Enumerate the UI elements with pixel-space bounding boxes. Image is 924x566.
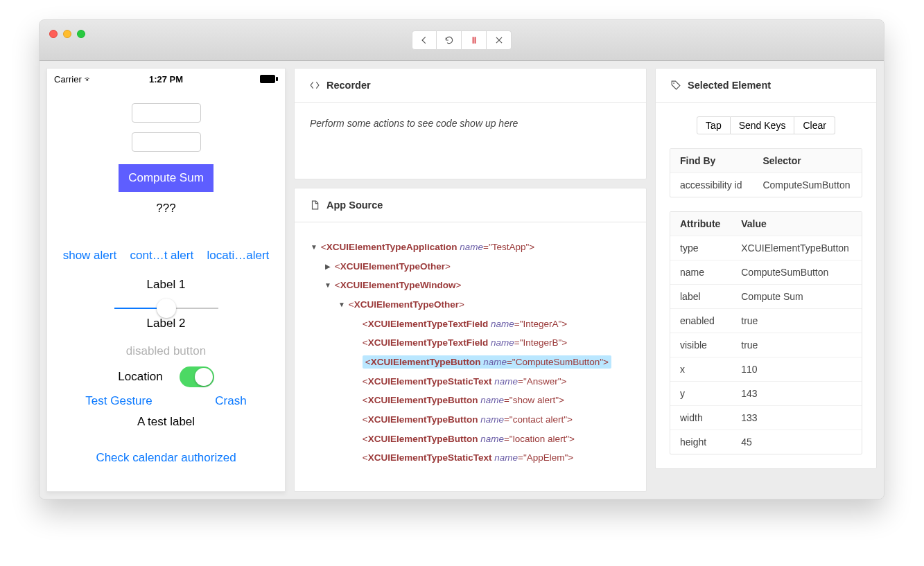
findby-header: Find By: [670, 149, 753, 173]
send-keys-button[interactable]: Send Keys: [731, 116, 795, 134]
test-label: A test label: [137, 415, 195, 429]
attribute-key: width: [670, 406, 731, 430]
caret-down-icon[interactable]: ▼: [324, 278, 332, 293]
element-actions: Tap Send Keys Clear: [670, 116, 862, 134]
integer-a-field[interactable]: [132, 103, 201, 123]
slider-thumb[interactable]: [157, 299, 176, 318]
tree-node[interactable]: <XCUIElementTypeStaticText name="AppElem…: [310, 448, 631, 468]
svg-rect-0: [260, 75, 275, 83]
attribute-key: x: [670, 357, 731, 382]
quit-button[interactable]: [487, 30, 512, 50]
right-column: Selected Element Tap Send Keys Clear Fin…: [655, 68, 877, 492]
close-icon: [494, 35, 504, 45]
integer-b-field[interactable]: [132, 132, 201, 152]
tree-node[interactable]: ▼ <XCUIElementTypeApplication name="Test…: [310, 238, 631, 257]
source-tree[interactable]: ▼ <XCUIElementTypeApplication name="Test…: [310, 238, 631, 468]
tree-node[interactable]: ▼ <XCUIElementTypeWindow>: [310, 276, 631, 295]
svg-rect-1: [276, 77, 278, 81]
app-source-card: App Source ▼ <XCUIElementTypeApplication…: [294, 188, 647, 492]
table-row: x110: [670, 357, 862, 382]
contact-alert-link[interactable]: cont…t alert: [130, 249, 194, 263]
selector-value: ComputeSumButton: [753, 173, 862, 197]
pause-button[interactable]: [462, 30, 487, 50]
attribute-key: y: [670, 382, 731, 406]
attributes-table: Attribute Value typeXCUIElementTypeButto…: [670, 211, 862, 454]
attribute-value: 133: [731, 406, 862, 430]
table-row: nameComputeSumButton: [670, 260, 862, 285]
recorder-body: Perform some actions to see code show up…: [295, 103, 646, 179]
caret-down-icon[interactable]: ▼: [310, 240, 318, 255]
label-2: Label 2: [147, 317, 186, 330]
tree-node[interactable]: <XCUIElementTypeStaticText name="Answer"…: [310, 372, 631, 391]
attribute-header: Attribute: [670, 212, 731, 236]
minimize-window-icon[interactable]: [63, 30, 71, 38]
zoom-window-icon[interactable]: [77, 30, 85, 38]
refresh-button[interactable]: [437, 30, 462, 50]
traffic-lights: [49, 30, 85, 38]
attribute-key: visible: [670, 333, 731, 357]
attribute-value: XCUIElementTypeButton: [731, 236, 862, 260]
device-app-body: Compute Sum ??? show alert cont…t alert …: [47, 89, 285, 491]
findby-table: Find By Selector accessibility id Comput…: [670, 148, 862, 197]
tree-node[interactable]: <XCUIElementTypeButton name="location al…: [310, 430, 631, 449]
code-icon: [310, 80, 320, 90]
value-header: Value: [731, 212, 862, 236]
attribute-key: name: [670, 260, 731, 285]
carrier-label: Carrier ᯤ: [54, 74, 93, 85]
table-row: enabledtrue: [670, 309, 862, 333]
caret-right-icon[interactable]: ▶: [324, 260, 332, 274]
selector-header: Selector: [753, 149, 862, 173]
location-label: Location: [118, 370, 162, 384]
clear-button[interactable]: Clear: [794, 116, 835, 134]
attribute-value: true: [731, 309, 862, 333]
selected-element-title: Selected Element: [688, 80, 771, 91]
crash-link[interactable]: Crash: [215, 394, 246, 408]
table-row: height45: [670, 430, 862, 454]
findby-value: accessibility id: [670, 173, 753, 197]
tree-node[interactable]: ▼ <XCUIElementTypeOther>: [310, 295, 631, 315]
tree-node[interactable]: <XCUIElementTypeTextField name="IntegerA…: [310, 315, 631, 334]
tree-node[interactable]: ▶ <XCUIElementTypeOther>: [310, 257, 631, 276]
attribute-value: ComputeSumButton: [731, 260, 862, 285]
table-row: labelCompute Sum: [670, 285, 862, 309]
caret-down-icon[interactable]: ▼: [338, 298, 346, 312]
show-alert-link[interactable]: show alert: [63, 249, 116, 263]
table-row: width133: [670, 406, 862, 430]
tree-node[interactable]: <XCUIElementTypeButton name="show alert"…: [310, 391, 631, 410]
calendar-link[interactable]: Check calendar authorized: [96, 451, 236, 465]
slider[interactable]: [114, 299, 218, 300]
test-gesture-link[interactable]: Test Gesture: [85, 394, 152, 408]
tree-node[interactable]: <XCUIElementTypeButton name="contact ale…: [310, 410, 631, 430]
selected-element-card: Selected Element Tap Send Keys Clear Fin…: [655, 68, 877, 469]
selected-element-body: Tap Send Keys Clear Find By Selector acc…: [656, 103, 876, 468]
refresh-icon: [444, 35, 454, 45]
table-row: y143: [670, 382, 862, 406]
attribute-key: label: [670, 285, 731, 309]
tree-node[interactable]: <XCUIElementTypeTextField name="IntegerB…: [310, 333, 631, 353]
attribute-value: 45: [731, 430, 862, 454]
table-row: visibletrue: [670, 333, 862, 357]
close-window-icon[interactable]: [49, 30, 58, 38]
gesture-row: Test Gesture Crash: [47, 394, 285, 408]
arrow-left-icon: [419, 35, 429, 45]
selected-element-header: Selected Element: [656, 69, 876, 103]
attribute-value: 110: [731, 357, 862, 382]
svg-point-2: [673, 82, 674, 84]
attribute-key: type: [670, 236, 731, 260]
device-time: 1:27 PM: [149, 74, 183, 85]
attribute-value: true: [731, 333, 862, 357]
tap-button[interactable]: Tap: [697, 116, 731, 134]
compute-sum-button[interactable]: Compute Sum: [119, 164, 213, 192]
location-row: Location: [118, 366, 213, 387]
recorder-header: Recorder: [295, 69, 646, 103]
location-alert-link[interactable]: locati…alert: [207, 249, 270, 263]
location-switch[interactable]: [180, 366, 214, 387]
wifi-icon: ᯤ: [84, 74, 93, 85]
back-button[interactable]: [412, 30, 437, 50]
app-window: Carrier ᯤ 1:27 PM Compute Sum ??? show a…: [39, 19, 884, 499]
alert-row: show alert cont…t alert locati…alert: [47, 249, 285, 263]
recorder-placeholder: Perform some actions to see code show up…: [310, 118, 518, 129]
device-preview: Carrier ᯤ 1:27 PM Compute Sum ??? show a…: [46, 68, 286, 492]
tree-node[interactable]: <XCUIElementTypeButton name="ComputeSumB…: [310, 353, 631, 372]
answer-label: ???: [156, 202, 175, 215]
